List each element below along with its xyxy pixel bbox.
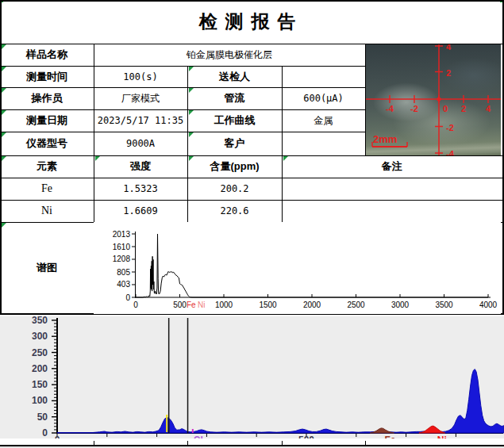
sheet-row-strip xyxy=(0,438,504,445)
spectrum-mini-chart: 0403805120816102013050010001500200025003… xyxy=(94,222,501,314)
y-tick-label: 1208 xyxy=(113,255,131,263)
note-marker xyxy=(189,132,194,137)
row-fe-remark xyxy=(282,178,502,200)
peak-Ni-peak xyxy=(419,426,445,433)
camera-crosshair: -4-202442-2-42mm xyxy=(366,44,501,155)
label-instrument-model: 仪器型号 xyxy=(0,132,94,155)
x-tick-label: 3000 xyxy=(391,301,410,309)
crosshair-x-label: 2 xyxy=(461,104,466,113)
x-tick-label: 4000 xyxy=(479,301,498,309)
header-element: 元素 xyxy=(0,155,94,178)
crosshair-x-label: -4 xyxy=(386,104,394,113)
y-tick-label: 50 xyxy=(37,412,48,423)
label-sample-name: 样品名称 xyxy=(0,44,94,66)
header-content-ppm: 含量(ppm) xyxy=(187,155,282,178)
spectrum-line xyxy=(136,234,488,297)
value-work-curve: 金属 xyxy=(282,109,365,132)
x-tick-label: 1000 xyxy=(215,301,233,309)
element-annotation: Ni xyxy=(198,301,205,309)
value-customer xyxy=(282,132,365,155)
note-marker xyxy=(189,156,194,161)
label-measure-date: 测量日期 xyxy=(0,109,94,132)
spectrum-area xyxy=(57,370,504,433)
crosshair-x-label: 4 xyxy=(486,104,491,113)
note-marker xyxy=(2,44,6,49)
x-tick-label: 1500 xyxy=(259,301,277,309)
value-submitter xyxy=(282,66,365,87)
row-fe-intensity: 1.5323 xyxy=(94,178,187,200)
value-measure-time: 100(s) xyxy=(94,66,187,87)
header-intensity: 强度 xyxy=(94,155,187,178)
element-spectrum-chart: 0501001502002503003500500ClFeNi xyxy=(0,316,504,442)
row-ni-element: Ni xyxy=(0,200,94,222)
value-tube-current: 600(μA) xyxy=(282,87,365,109)
crosshair-x-label: -2 xyxy=(410,104,418,113)
crosshair-y-label: 4 xyxy=(446,44,452,52)
crosshair-x-label: 0 xyxy=(443,104,448,113)
y-tick-label: 1610 xyxy=(113,243,131,251)
crosshair-y-label: 2 xyxy=(446,68,451,78)
y-tick-label: 100 xyxy=(32,395,48,406)
label-spectrum: 谱图 xyxy=(0,222,94,314)
y-tick-label: 2013 xyxy=(113,230,131,239)
row-ni-content: 220.6 xyxy=(187,200,282,222)
y-tick-label: 350 xyxy=(32,316,48,326)
value-sample-name: 铂金属膜电极催化层 xyxy=(94,44,365,66)
value-operator: 厂家模式 xyxy=(94,87,187,109)
y-tick-label: 150 xyxy=(32,379,48,390)
note-marker xyxy=(189,110,194,115)
label-operator: 操作员 xyxy=(0,87,94,109)
note-marker xyxy=(2,110,6,115)
note-marker xyxy=(2,88,6,93)
note-marker xyxy=(189,88,194,93)
crosshair-y-label: -2 xyxy=(446,123,454,132)
note-marker xyxy=(2,156,6,161)
label-measure-time: 测量时间 xyxy=(0,66,94,87)
peak-Fe-peak xyxy=(370,428,394,433)
value-instrument-model: 9000A xyxy=(94,132,187,155)
y-tick-label: 0 xyxy=(42,427,48,438)
row-fe-element: Fe xyxy=(0,178,94,200)
note-marker xyxy=(95,156,100,161)
y-tick-label: 250 xyxy=(32,347,48,358)
scale-bar-label: 2mm xyxy=(373,133,397,145)
y-tick-label: 403 xyxy=(117,280,130,289)
row-fe-content: 200.2 xyxy=(187,178,282,200)
y-axis xyxy=(56,318,58,434)
label-work-curve: 工作曲线 xyxy=(187,109,282,132)
y-tick-label: 200 xyxy=(32,363,48,374)
x-tick-label: 2500 xyxy=(347,301,365,309)
y-tick-label: 0 xyxy=(125,293,130,302)
x-tick-label: 0 xyxy=(133,301,138,309)
y-tick-label: 300 xyxy=(32,331,48,342)
note-marker xyxy=(2,67,6,71)
note-marker xyxy=(283,156,288,161)
note-marker xyxy=(2,223,6,228)
row-ni-intensity: 1.6609 xyxy=(94,200,187,222)
crosshair-y-label: -4 xyxy=(446,149,455,155)
header-remark: 备注 xyxy=(282,155,502,178)
element-annotation: Fe xyxy=(187,301,196,309)
x-tick-label: 3500 xyxy=(435,301,453,309)
row-ni-remark xyxy=(282,200,502,222)
value-measure-date: 2023/5/17 11:35 xyxy=(94,109,187,132)
label-customer: 客户 xyxy=(187,132,282,155)
label-tube-current: 管流 xyxy=(187,87,282,109)
report-page: 检测报告 样品名称 铂金属膜电极催化层 测量时间 100(s) 送检人 操作员 … xyxy=(0,0,504,448)
label-submitter: 送检人 xyxy=(187,66,282,87)
x-tick-label: 2000 xyxy=(303,301,321,309)
y-tick-label: 805 xyxy=(117,268,130,277)
x-tick-label: 500 xyxy=(173,301,187,309)
note-marker xyxy=(2,132,6,137)
spectrum-panel: 0501001502002503003500500ClFeNi xyxy=(0,316,504,442)
note-marker xyxy=(189,67,194,71)
sample-camera-image: -4-202442-2-42mm xyxy=(366,44,501,155)
